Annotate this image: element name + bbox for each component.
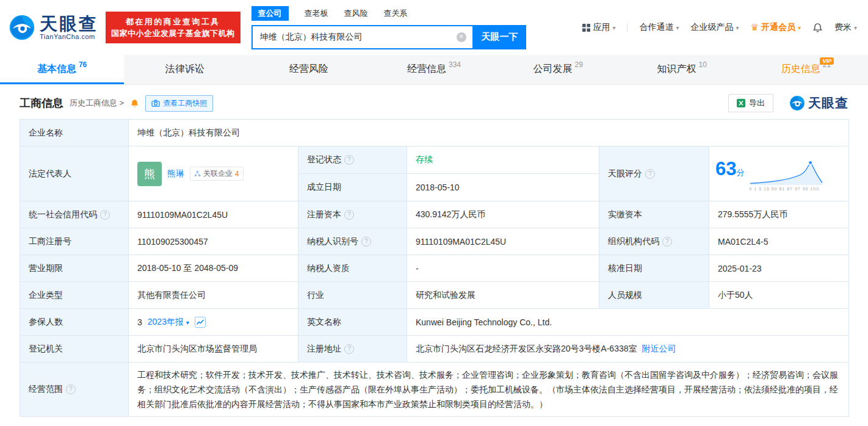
watermark-logo: 天眼查 bbox=[789, 95, 848, 112]
search-tab-boss[interactable]: 查老板 bbox=[305, 8, 328, 19]
annual-report-label: 2023年报 bbox=[148, 317, 184, 327]
tab-company-development[interactable]: 公司发展 29 bbox=[496, 55, 620, 84]
nav-apps[interactable]: 应用 ▾ bbox=[582, 22, 615, 33]
bell-icon bbox=[130, 99, 139, 108]
reg-number-label: 工商注册号 bbox=[20, 228, 129, 255]
export-button[interactable]: 导出 bbox=[728, 94, 773, 112]
tab-count: 29 bbox=[574, 60, 582, 69]
search-button[interactable]: 天眼一下 bbox=[474, 25, 526, 49]
table-row: 工商注册号 110109025300457 纳税人识别号 91110109MA0… bbox=[20, 228, 849, 255]
nav-enterprise-products[interactable]: 企业级产品 ▾ bbox=[690, 22, 739, 33]
clear-icon[interactable]: × bbox=[457, 32, 466, 42]
help-icon[interactable] bbox=[344, 210, 354, 220]
help-icon[interactable] bbox=[100, 210, 110, 220]
label-text: 登记状态 bbox=[307, 154, 341, 164]
paid-capital-label: 实缴资本 bbox=[599, 201, 709, 228]
label-text: 天眼评分 bbox=[608, 168, 642, 178]
nav-vip-label: 开通会员 bbox=[761, 22, 795, 33]
paid-capital-value: 279.5555万人民币 bbox=[709, 201, 849, 228]
value-text: 91110109MA01C2L45U bbox=[416, 237, 506, 247]
nearby-companies-link[interactable]: 附近公司 bbox=[642, 344, 676, 353]
org-structure-icon bbox=[194, 170, 201, 177]
tianyancha-logo[interactable]: 天眼查 TianYanCha.com bbox=[9, 14, 98, 41]
tab-history-info[interactable]: 历史信息 21 VIP bbox=[744, 55, 868, 84]
tab-label: 法律诉讼 bbox=[165, 63, 204, 76]
label-text: 统一社会信用代码 bbox=[29, 209, 97, 219]
label-text: 核准日期 bbox=[608, 263, 642, 273]
nav-open-vip[interactable]: ♛ 开通会员 ▾ bbox=[750, 22, 800, 33]
status-badge: 存续 bbox=[416, 154, 433, 164]
chevron-down-icon: ▾ bbox=[186, 319, 189, 326]
top-header: 天眼查 TianYanCha.com 都在用的商业查询工具 国家中小企业发展子基… bbox=[0, 0, 868, 55]
help-icon[interactable] bbox=[66, 384, 76, 394]
excel-icon bbox=[737, 99, 745, 107]
tab-business-info[interactable]: 经营信息 334 bbox=[372, 55, 496, 84]
nav-username: 费米 bbox=[834, 22, 852, 33]
label-text: 经营范围 bbox=[29, 384, 63, 394]
search-tab-company[interactable]: 查公司 bbox=[251, 6, 289, 21]
logo-text: 天眼查 TianYanCha.com bbox=[40, 15, 98, 40]
nav-notifications[interactable] bbox=[812, 23, 823, 33]
help-icon[interactable] bbox=[662, 237, 672, 247]
taxpayer-id-value: 91110109MA01C2L45U bbox=[407, 228, 599, 255]
search-row: × 天眼一下 bbox=[251, 25, 526, 49]
english-name-value: Kunwei Beijing Technology Co., Ltd. bbox=[407, 309, 849, 336]
history-business-info-link[interactable]: 历史工商信息 > bbox=[70, 98, 124, 109]
founded-date-value: 2018-05-10 bbox=[407, 174, 599, 201]
search-tab-risk[interactable]: 查风险 bbox=[344, 8, 368, 19]
taxpayer-quality-value: - bbox=[407, 255, 599, 282]
label-text: 法定代表人 bbox=[29, 168, 71, 178]
value-text: MA01C2L4-5 bbox=[718, 237, 769, 247]
legal-rep-name-link[interactable]: 熊琳 bbox=[167, 168, 184, 179]
avatar[interactable]: 熊 bbox=[137, 162, 162, 186]
value-text: 其他有限责任公司 bbox=[137, 290, 206, 300]
reg-capital-value: 430.9142万人民币 bbox=[407, 201, 599, 228]
table-row: 企业类型 其他有限责任公司 行业 研究和试验发展 人员规模 小于50人 bbox=[20, 282, 849, 309]
tianyancha-eye-icon bbox=[9, 14, 35, 41]
camera-icon bbox=[151, 99, 160, 107]
value-text: 110109025300457 bbox=[137, 237, 208, 247]
insured-number: 3 bbox=[137, 317, 142, 327]
value-text: 研究和试验发展 bbox=[416, 290, 476, 300]
help-icon[interactable] bbox=[344, 155, 354, 165]
tab-legal-proceedings[interactable]: 法律诉讼 bbox=[124, 55, 248, 84]
tab-count: 76 bbox=[79, 60, 87, 69]
tab-count: 334 bbox=[449, 60, 461, 69]
related-companies-chip[interactable]: 关联企业 4 bbox=[190, 167, 244, 181]
tab-operational-risk[interactable]: 经营风险 bbox=[248, 55, 372, 84]
score-axis-labels: 0 1 5 15 50 81 87 97 99 100 bbox=[749, 187, 823, 191]
business-scope-label: 经营范围 bbox=[20, 363, 129, 417]
search-tab-relation[interactable]: 查关系 bbox=[384, 8, 408, 19]
annual-report-link[interactable]: 2023年报 ▾ bbox=[148, 317, 189, 328]
org-code-value: MA01C2L4-5 bbox=[709, 228, 849, 255]
insured-trend-chart-button[interactable] bbox=[195, 317, 206, 328]
nav-user-menu[interactable]: 费米 ▾ bbox=[834, 22, 857, 33]
monitor-bell-button[interactable] bbox=[130, 99, 139, 108]
help-icon[interactable] bbox=[361, 237, 371, 247]
slogan-banner: 都在用的商业查询工具 国家中小企业发展子基金旗下机构 bbox=[106, 12, 241, 43]
help-icon[interactable] bbox=[645, 169, 655, 179]
slogan-line2: 国家中小企业发展子基金旗下机构 bbox=[111, 27, 235, 39]
search-input-wrap: × bbox=[251, 25, 474, 49]
search-input[interactable] bbox=[259, 32, 457, 43]
apps-grid-icon bbox=[582, 24, 590, 32]
org-code-label: 组织机构代码 bbox=[599, 228, 709, 255]
taxpayer-id-label: 纳税人识别号 bbox=[298, 228, 407, 255]
business-term-value: 2018-05-10 至 2048-05-09 bbox=[129, 255, 298, 282]
help-icon[interactable] bbox=[344, 344, 354, 354]
legal-rep-label: 法定代表人 bbox=[20, 146, 129, 201]
search-tabs: 查公司 查老板 查风险 查关系 bbox=[251, 6, 526, 21]
tab-basic-info[interactable]: 基本信息 76 bbox=[0, 55, 124, 84]
value-text: - bbox=[416, 264, 419, 273]
table-row: 经营范围 工程和技术研究；软件开发；技术开发、技术推广、技术转让、技术咨询、技术… bbox=[20, 363, 849, 417]
registered-address-label: 注册地址 bbox=[298, 336, 407, 363]
business-info-table: 企业名称 坤维（北京）科技有限公司 法定代表人 熊 熊琳 关联企业 4 bbox=[20, 119, 849, 417]
nav-partner-channel[interactable]: 合作通道 ▾ bbox=[639, 22, 679, 33]
tab-intellectual-property[interactable]: 知识产权 10 bbox=[620, 55, 744, 84]
business-snapshot-button[interactable]: 查看工商快照 bbox=[145, 95, 213, 112]
nav-divider bbox=[627, 23, 627, 32]
founded-date-label: 成立日期 bbox=[298, 174, 407, 201]
table-row: 登记机关 北京市门头沟区市场监督管理局 注册地址 北京市门头沟区石龙经济开发区永… bbox=[20, 336, 849, 363]
tab-count: 10 bbox=[699, 60, 707, 69]
table-row: 企业名称 坤维（北京）科技有限公司 bbox=[20, 120, 849, 146]
